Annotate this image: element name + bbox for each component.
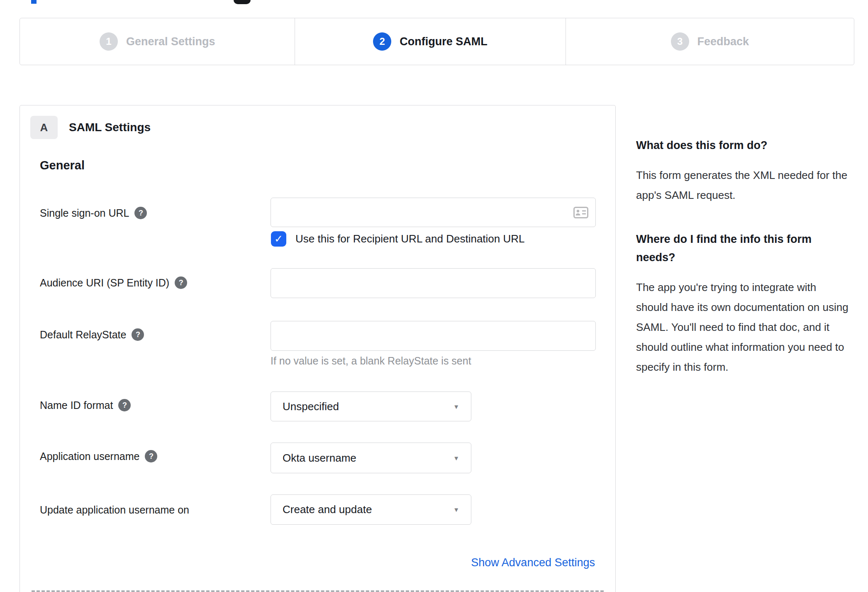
help-sidebar: What does this form do? This form genera… bbox=[636, 136, 848, 377]
update-username-label-text: Update application username on bbox=[40, 504, 189, 516]
panel-title: SAML Settings bbox=[69, 116, 151, 139]
step-1-number-badge: 1 bbox=[100, 32, 118, 51]
name-id-format-select[interactable]: Unspecified ▼ bbox=[271, 391, 471, 421]
sso-url-input-wrap bbox=[271, 198, 596, 227]
name-id-format-value: Unspecified bbox=[283, 400, 339, 413]
show-advanced-settings-link[interactable]: Show Advanced Settings bbox=[471, 556, 595, 569]
step-configure-saml: 2 Configure SAML bbox=[295, 18, 565, 65]
app-username-label-text: Application username bbox=[40, 450, 139, 462]
update-username-label: Update application username on bbox=[40, 504, 189, 516]
name-id-format-label: Name ID format ? bbox=[40, 399, 131, 411]
recipient-url-checkbox-label: Use this for Recipient URL and Destinati… bbox=[295, 232, 525, 245]
help-icon[interactable]: ? bbox=[134, 207, 147, 219]
general-section-title: General bbox=[40, 159, 85, 172]
update-username-select[interactable]: Create and update ▼ bbox=[271, 494, 471, 525]
app-username-label: Application username ? bbox=[40, 450, 157, 462]
sidebar-body-what: This form generates the XML needed for t… bbox=[636, 165, 848, 205]
clipped-header-fragment-dark bbox=[234, 0, 251, 4]
sidebar-heading-what: What does this form do? bbox=[636, 136, 848, 154]
clipped-header-fragment-blue bbox=[31, 0, 37, 4]
checkmark-icon: ✓ bbox=[274, 233, 283, 245]
saml-settings-panel: A SAML Settings General Single sign-on U… bbox=[20, 105, 616, 592]
sso-url-input[interactable] bbox=[271, 198, 596, 227]
app-username-value: Okta username bbox=[283, 452, 356, 465]
saml-wizard-page: 1 General Settings 2 Configure SAML 3 Fe… bbox=[0, 0, 868, 592]
audience-uri-label-text: Audience URI (SP Entity ID) bbox=[40, 277, 169, 289]
app-username-select[interactable]: Okta username ▼ bbox=[271, 443, 471, 473]
audience-uri-input-wrap bbox=[271, 268, 596, 298]
help-icon[interactable]: ? bbox=[145, 450, 157, 462]
step-1-label: General Settings bbox=[126, 35, 215, 48]
audience-uri-input[interactable] bbox=[271, 268, 596, 298]
help-icon[interactable]: ? bbox=[132, 328, 144, 341]
chevron-down-icon: ▼ bbox=[453, 404, 459, 410]
step-2-number-badge: 2 bbox=[373, 32, 391, 51]
audience-uri-label: Audience URI (SP Entity ID) ? bbox=[40, 276, 187, 289]
name-id-format-label-text: Name ID format bbox=[40, 399, 113, 411]
wizard-stepper: 1 General Settings 2 Configure SAML 3 Fe… bbox=[20, 18, 854, 65]
relaystate-helper-text: If no value is set, a blank RelayState i… bbox=[271, 355, 471, 367]
relaystate-input-wrap bbox=[271, 321, 596, 351]
contact-card-icon[interactable] bbox=[573, 207, 588, 218]
relaystate-label: Default RelayState ? bbox=[40, 328, 144, 341]
sso-url-label-text: Single sign-on URL bbox=[40, 207, 129, 219]
chevron-down-icon: ▼ bbox=[453, 455, 459, 461]
sso-url-label: Single sign-on URL ? bbox=[40, 207, 147, 219]
sidebar-body-where: The app you're trying to integrate with … bbox=[636, 277, 848, 377]
help-icon[interactable]: ? bbox=[118, 399, 131, 411]
step-feedback: 3 Feedback bbox=[566, 18, 854, 65]
step-2-label: Configure SAML bbox=[400, 35, 487, 48]
help-icon[interactable]: ? bbox=[175, 276, 187, 289]
relaystate-label-text: Default RelayState bbox=[40, 329, 126, 341]
step-general-settings: 1 General Settings bbox=[20, 18, 295, 65]
chevron-down-icon: ▼ bbox=[453, 506, 459, 513]
update-username-value: Create and update bbox=[283, 503, 372, 516]
section-dashed-divider bbox=[32, 590, 604, 592]
recipient-url-checkbox[interactable]: ✓ bbox=[271, 231, 286, 247]
sidebar-heading-where: Where do I find the info this form needs… bbox=[636, 230, 840, 267]
relaystate-input[interactable] bbox=[271, 321, 596, 351]
section-a-badge: A bbox=[30, 116, 58, 139]
step-3-label: Feedback bbox=[697, 35, 749, 48]
step-3-number-badge: 3 bbox=[671, 32, 689, 51]
